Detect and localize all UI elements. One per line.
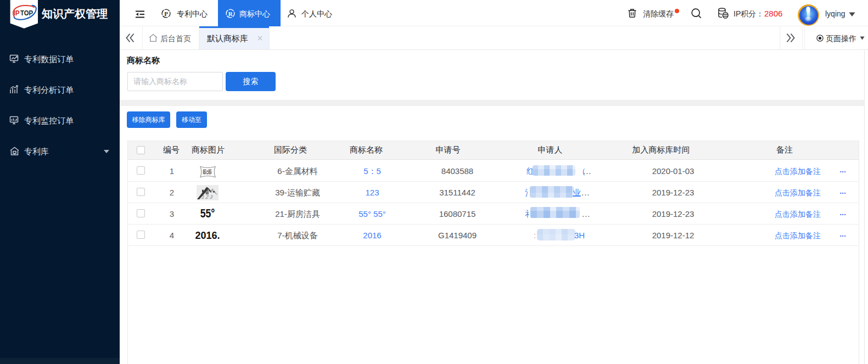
svg-text:IP: IP [14, 9, 20, 17]
svg-text:TOP: TOP [20, 9, 33, 17]
svg-text:R: R [228, 10, 233, 17]
svg-text:P: P [164, 10, 168, 17]
svg-text:5:5: 5:5 [203, 169, 212, 175]
svg-text:123: 123 [201, 194, 214, 200]
